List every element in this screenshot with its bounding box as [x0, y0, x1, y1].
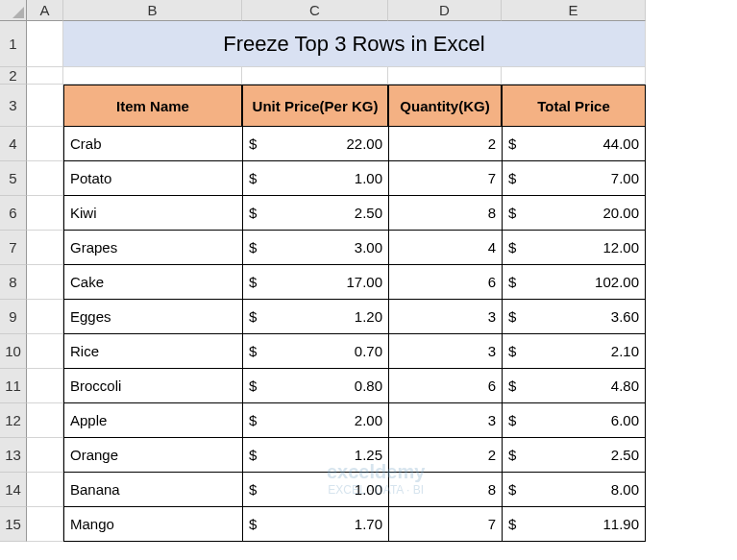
cell-total-11[interactable]: $4.80 — [502, 369, 646, 403]
column-header-B[interactable]: B — [63, 0, 242, 21]
cell-A6[interactable] — [27, 196, 63, 231]
title-cell[interactable]: Freeze Top 3 Rows in Excel — [63, 21, 646, 67]
row-header-2[interactable]: 2 — [0, 67, 27, 85]
row-header-9[interactable]: 9 — [0, 300, 27, 334]
cell-A11[interactable] — [27, 369, 63, 403]
cell-unit-9[interactable]: $1.20 — [242, 300, 388, 334]
cell-item-4[interactable]: Crab — [63, 127, 242, 161]
row-header-8[interactable]: 8 — [0, 265, 27, 300]
currency-symbol: $ — [508, 377, 516, 394]
cell-A4[interactable] — [27, 127, 63, 161]
cell-unit-10[interactable]: $0.70 — [242, 334, 388, 369]
total-value: 6.00 — [611, 412, 639, 428]
cell-total-15[interactable]: $11.90 — [502, 507, 646, 542]
cell-A15[interactable] — [27, 507, 63, 542]
cell-total-10[interactable]: $2.10 — [502, 334, 646, 369]
total-value: 102.00 — [595, 274, 639, 290]
row-header-7[interactable]: 7 — [0, 231, 27, 265]
row-header-13[interactable]: 13 — [0, 438, 27, 473]
cell-unit-5[interactable]: $1.00 — [242, 161, 388, 196]
cell-unit-15[interactable]: $1.70 — [242, 507, 388, 542]
cell-item-10[interactable]: Rice — [63, 334, 242, 369]
column-header-C[interactable]: C — [242, 0, 388, 21]
cell-item-5[interactable]: Potato — [63, 161, 242, 196]
cell-item-15[interactable]: Mango — [63, 507, 242, 542]
cell-qty-13[interactable]: 2 — [388, 438, 502, 473]
column-header-A[interactable]: A — [27, 0, 63, 21]
cell-qty-4[interactable]: 2 — [388, 127, 502, 161]
select-all-corner[interactable] — [0, 0, 27, 21]
cell-unit-13[interactable]: $1.25 — [242, 438, 388, 473]
cell-item-13[interactable]: Orange — [63, 438, 242, 473]
cell-A3[interactable] — [27, 85, 63, 127]
cell-qty-6[interactable]: 8 — [388, 196, 502, 231]
cell-item-11[interactable]: Broccoli — [63, 369, 242, 403]
row-header-10[interactable]: 10 — [0, 334, 27, 369]
cell-total-14[interactable]: $8.00 — [502, 473, 646, 507]
cell-item-6[interactable]: Kiwi — [63, 196, 242, 231]
cell-qty-15[interactable]: 7 — [388, 507, 502, 542]
cell-r2-0[interactable] — [27, 67, 63, 85]
currency-symbol: $ — [249, 516, 257, 532]
cell-A8[interactable] — [27, 265, 63, 300]
cell-item-12[interactable]: Apple — [63, 403, 242, 438]
currency-symbol: $ — [249, 205, 257, 221]
cell-total-12[interactable]: $6.00 — [502, 403, 646, 438]
row-header-12[interactable]: 12 — [0, 403, 27, 438]
cell-A12[interactable] — [27, 403, 63, 438]
cell-A13[interactable] — [27, 438, 63, 473]
cell-A10[interactable] — [27, 334, 63, 369]
cell-r2-2[interactable] — [242, 67, 388, 85]
row-header-4[interactable]: 4 — [0, 127, 27, 161]
cell-qty-11[interactable]: 6 — [388, 369, 502, 403]
cell-total-13[interactable]: $2.50 — [502, 438, 646, 473]
cell-total-8[interactable]: $102.00 — [502, 265, 646, 300]
total-value: 20.00 — [602, 205, 639, 221]
row-header-6[interactable]: 6 — [0, 196, 27, 231]
cell-r2-3[interactable] — [388, 67, 502, 85]
cell-total-7[interactable]: $12.00 — [502, 231, 646, 265]
unit-value: 1.00 — [355, 481, 382, 498]
cell-unit-4[interactable]: $22.00 — [242, 127, 388, 161]
cell-qty-5[interactable]: 7 — [388, 161, 502, 196]
column-header-E[interactable]: E — [502, 0, 646, 21]
cell-r2-4[interactable] — [502, 67, 646, 85]
cell-unit-6[interactable]: $2.50 — [242, 196, 388, 231]
currency-symbol: $ — [508, 135, 516, 152]
cell-qty-10[interactable]: 3 — [388, 334, 502, 369]
cell-total-5[interactable]: $7.00 — [502, 161, 646, 196]
cell-qty-12[interactable]: 3 — [388, 403, 502, 438]
spreadsheet-grid[interactable]: ABCDE1Freeze Top 3 Rows in Excel23Item N… — [0, 0, 737, 542]
cell-unit-12[interactable]: $2.00 — [242, 403, 388, 438]
row-header-11[interactable]: 11 — [0, 369, 27, 403]
cell-qty-8[interactable]: 6 — [388, 265, 502, 300]
cell-total-4[interactable]: $44.00 — [502, 127, 646, 161]
cell-item-7[interactable]: Grapes — [63, 231, 242, 265]
cell-A7[interactable] — [27, 231, 63, 265]
cell-total-9[interactable]: $3.60 — [502, 300, 646, 334]
cell-item-14[interactable]: Banana — [63, 473, 242, 507]
cell-unit-7[interactable]: $3.00 — [242, 231, 388, 265]
row-header-1[interactable]: 1 — [0, 21, 27, 67]
cell-item-8[interactable]: Cake — [63, 265, 242, 300]
cell-qty-7[interactable]: 4 — [388, 231, 502, 265]
cell-A5[interactable] — [27, 161, 63, 196]
total-value: 4.80 — [611, 377, 639, 394]
cell-A9[interactable] — [27, 300, 63, 334]
cell-r2-1[interactable] — [63, 67, 242, 85]
row-header-3[interactable]: 3 — [0, 85, 27, 127]
cell-unit-11[interactable]: $0.80 — [242, 369, 388, 403]
cell-total-6[interactable]: $20.00 — [502, 196, 646, 231]
row-header-14[interactable]: 14 — [0, 473, 27, 507]
column-header-D[interactable]: D — [388, 0, 502, 21]
cell-qty-9[interactable]: 3 — [388, 300, 502, 334]
cell-unit-8[interactable]: $17.00 — [242, 265, 388, 300]
cell-unit-14[interactable]: $1.00 — [242, 473, 388, 507]
currency-symbol: $ — [249, 135, 257, 152]
row-header-15[interactable]: 15 — [0, 507, 27, 542]
cell-A1[interactable] — [27, 21, 63, 67]
cell-A14[interactable] — [27, 473, 63, 507]
row-header-5[interactable]: 5 — [0, 161, 27, 196]
cell-item-9[interactable]: Egges — [63, 300, 242, 334]
cell-qty-14[interactable]: 8 — [388, 473, 502, 507]
